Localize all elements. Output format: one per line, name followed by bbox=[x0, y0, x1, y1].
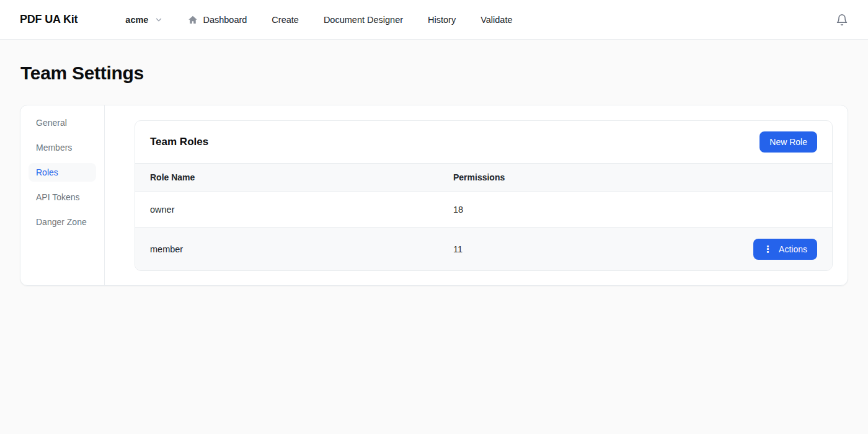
row-actions-button[interactable]: ⋮ Actions bbox=[753, 239, 817, 260]
notifications-button[interactable] bbox=[836, 14, 848, 26]
nav-item-document-designer[interactable]: Document Designer bbox=[324, 15, 403, 25]
table-row-member[interactable]: member 11 ⋮ Actions bbox=[135, 227, 832, 270]
nav-item-label: Dashboard bbox=[203, 15, 247, 25]
top-navbar: PDF UA Kit acme Dashboard Create Documen… bbox=[0, 0, 868, 40]
column-header-permissions: Permissions bbox=[453, 172, 817, 182]
nav-item-dashboard[interactable]: Dashboard bbox=[188, 15, 247, 25]
app-logo[interactable]: PDF UA Kit bbox=[20, 13, 78, 26]
roles-table: Role Name Permissions owner 18 member 11… bbox=[135, 163, 832, 270]
nav-item-label: Document Designer bbox=[324, 15, 403, 25]
sidebar-item-members[interactable]: Members bbox=[29, 138, 96, 157]
role-name-cell: owner bbox=[150, 205, 453, 215]
settings-content: Team Roles New Role Role Name Permission… bbox=[105, 105, 848, 285]
panel-header: Team Roles New Role bbox=[135, 121, 832, 163]
role-name-cell: member bbox=[150, 244, 453, 254]
permissions-cell: 11 bbox=[453, 244, 753, 254]
actions-cell: ⋮ Actions bbox=[753, 239, 817, 260]
column-header-role-name: Role Name bbox=[150, 172, 453, 182]
team-switcher[interactable]: acme bbox=[125, 15, 163, 25]
team-name: acme bbox=[125, 15, 148, 25]
nav-item-create[interactable]: Create bbox=[272, 15, 299, 25]
kebab-vertical-icon: ⋮ bbox=[763, 244, 773, 254]
row-actions-button-label: Actions bbox=[779, 244, 807, 254]
team-roles-panel: Team Roles New Role Role Name Permission… bbox=[135, 120, 833, 271]
settings-sidebar: General Members Roles API Tokens Danger … bbox=[20, 105, 105, 285]
home-icon bbox=[188, 15, 198, 25]
panel-title: Team Roles bbox=[150, 136, 208, 148]
chevron-down-icon bbox=[154, 16, 163, 24]
nav-item-label: Create bbox=[272, 15, 299, 25]
table-header-row: Role Name Permissions bbox=[135, 163, 832, 192]
team-settings-card: General Members Roles API Tokens Danger … bbox=[20, 105, 848, 286]
new-role-button[interactable]: New Role bbox=[760, 131, 817, 153]
nav-item-label: Validate bbox=[480, 15, 512, 25]
sidebar-item-danger-zone[interactable]: Danger Zone bbox=[29, 213, 96, 231]
sidebar-item-roles[interactable]: Roles bbox=[29, 163, 96, 182]
nav-item-validate[interactable]: Validate bbox=[480, 15, 512, 25]
permissions-cell: 18 bbox=[453, 205, 817, 215]
bell-icon bbox=[836, 14, 848, 26]
page-title: Team Settings bbox=[20, 63, 868, 84]
new-role-button-label: New Role bbox=[769, 137, 807, 147]
nav-item-label: History bbox=[428, 15, 456, 25]
sidebar-item-api-tokens[interactable]: API Tokens bbox=[29, 188, 96, 206]
nav-item-history[interactable]: History bbox=[428, 15, 456, 25]
nav-links: acme Dashboard Create Document Designer … bbox=[125, 15, 512, 25]
table-row-owner[interactable]: owner 18 bbox=[135, 192, 832, 227]
sidebar-item-general[interactable]: General bbox=[29, 113, 96, 132]
